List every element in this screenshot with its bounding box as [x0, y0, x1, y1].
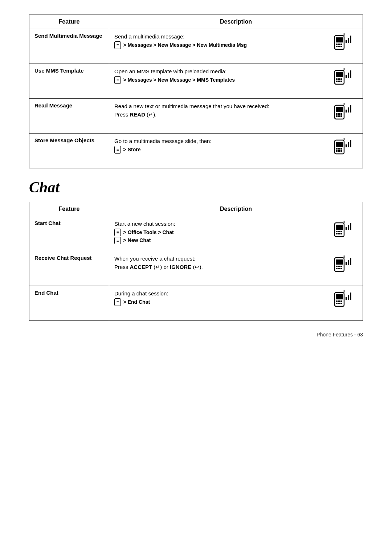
svg-rect-15 [338, 78, 340, 80]
menu-key-icon: ≡ [114, 229, 121, 236]
table-row: Start Chat Start a new chat session: ≡ >… [29, 216, 363, 251]
svg-rect-61 [336, 259, 343, 265]
svg-rect-51 [338, 231, 340, 232]
svg-rect-8 [346, 40, 347, 43]
desc-receive-chat-intro: When you receive a chat request: [114, 255, 195, 262]
menu-key-icon: ≡ [114, 41, 121, 49]
phone-icon-start-chat [325, 220, 358, 247]
table-row: End Chat During a chat session: ≡ > End … [29, 286, 363, 321]
svg-rect-58 [350, 223, 351, 230]
svg-rect-63 [338, 266, 340, 267]
desc-start-chat-path1: ≡ > Office Tools > Chat [114, 229, 174, 235]
feature-label-end-chat: End Chat [34, 290, 58, 296]
svg-rect-64 [340, 266, 342, 267]
svg-rect-82 [350, 293, 351, 300]
svg-rect-77 [336, 303, 338, 304]
svg-rect-26 [336, 113, 338, 115]
svg-rect-53 [336, 233, 338, 234]
feature-label-send-multimedia: Send Multimedia Message [34, 33, 102, 39]
svg-rect-49 [336, 225, 343, 230]
svg-rect-27 [338, 113, 340, 115]
svg-rect-22 [350, 70, 351, 78]
svg-rect-65 [336, 268, 338, 269]
svg-rect-62 [336, 266, 338, 267]
svg-rect-66 [338, 268, 340, 269]
messages-table: Feature Description Send Multimedia Mess… [29, 15, 363, 168]
desc-end-chat-intro: During a chat session: [114, 290, 168, 297]
desc-send-multimedia-path: ≡ > Messages > New Message > New Multime… [114, 42, 247, 48]
svg-rect-46 [350, 140, 351, 147]
desc-send-multimedia-intro: Send a multimedia message: [114, 33, 184, 40]
svg-rect-78 [338, 303, 340, 304]
svg-rect-74 [336, 300, 338, 302]
feature-label-store-message: Store Message Objects [34, 137, 94, 143]
desc-end-chat-path: ≡ > End Chat [114, 299, 150, 305]
feature-label-start-chat: Start Chat [34, 220, 61, 226]
desc-use-mms-path: ≡ > Messages > New Message > MMS Templat… [114, 77, 235, 83]
phone-icon-end-chat [325, 290, 358, 317]
desc-read-message-extra: Press READ (↵). [114, 111, 156, 118]
svg-rect-40 [340, 148, 342, 150]
messages-feature-header: Feature [29, 15, 109, 29]
svg-rect-21 [348, 73, 349, 78]
svg-rect-76 [340, 300, 342, 302]
desc-start-chat-intro: Start a new chat session: [114, 221, 175, 227]
svg-rect-68 [346, 262, 347, 265]
svg-rect-42 [338, 150, 340, 152]
desc-use-mms-intro: Open an MMS template with preloaded medi… [114, 68, 226, 74]
desc-store-message-intro: Go to a multimedia message slide, then: [114, 138, 212, 144]
phone-icon-store-message [325, 137, 358, 164]
phone-icon-use-mms [325, 68, 358, 95]
svg-rect-33 [348, 107, 349, 113]
svg-rect-5 [336, 46, 338, 47]
svg-rect-29 [336, 115, 338, 117]
feature-label-receive-chat: Receive Chat Request [34, 255, 92, 261]
svg-rect-16 [340, 78, 342, 80]
page-footer: Phone Features - 63 [29, 332, 363, 338]
svg-rect-25 [336, 107, 343, 112]
svg-rect-44 [346, 144, 347, 147]
svg-rect-55 [340, 233, 342, 234]
svg-rect-43 [340, 150, 342, 152]
menu-key-icon: ≡ [114, 298, 121, 306]
chat-description-header: Description [109, 202, 363, 216]
desc-start-chat-path2: ≡ > New Chat [114, 237, 151, 243]
svg-rect-70 [350, 258, 351, 265]
table-row: Read Message Read a new text or multimed… [29, 99, 363, 134]
svg-rect-39 [338, 148, 340, 150]
svg-rect-4 [340, 44, 342, 45]
desc-receive-chat-extra: Press ACCEPT (↵) or IGNORE (↩). [114, 264, 203, 270]
svg-rect-80 [346, 297, 347, 300]
desc-read-message-intro: Read a new text or multimedia message th… [114, 103, 269, 109]
svg-rect-18 [338, 81, 340, 82]
svg-rect-54 [338, 233, 340, 234]
svg-rect-34 [350, 105, 351, 113]
svg-rect-19 [340, 81, 342, 82]
svg-rect-52 [340, 231, 342, 232]
svg-rect-13 [336, 72, 343, 77]
phone-icon-receive-chat [325, 255, 358, 282]
svg-rect-50 [336, 231, 338, 232]
table-row: Send Multimedia Message Send a multimedi… [29, 29, 363, 64]
feature-label-read-message: Read Message [34, 102, 72, 109]
svg-rect-10 [350, 36, 351, 43]
svg-rect-1 [336, 37, 343, 42]
svg-rect-38 [336, 148, 338, 150]
svg-rect-41 [336, 150, 338, 152]
chat-table: Feature Description Start Chat Start a n… [29, 202, 363, 321]
messages-description-header: Description [109, 15, 363, 29]
svg-rect-7 [340, 46, 342, 47]
svg-rect-37 [336, 142, 343, 147]
svg-rect-28 [340, 113, 342, 115]
menu-key-icon: ≡ [114, 76, 121, 84]
feature-label-use-mms: Use MMS Template [34, 68, 84, 74]
svg-rect-14 [336, 78, 338, 80]
svg-rect-17 [336, 81, 338, 82]
svg-rect-57 [348, 225, 349, 230]
svg-rect-3 [338, 44, 340, 45]
svg-rect-75 [338, 300, 340, 302]
svg-rect-20 [346, 75, 347, 78]
svg-rect-45 [348, 142, 349, 147]
menu-key-icon: ≡ [114, 237, 121, 245]
menu-key-icon: ≡ [114, 146, 121, 154]
